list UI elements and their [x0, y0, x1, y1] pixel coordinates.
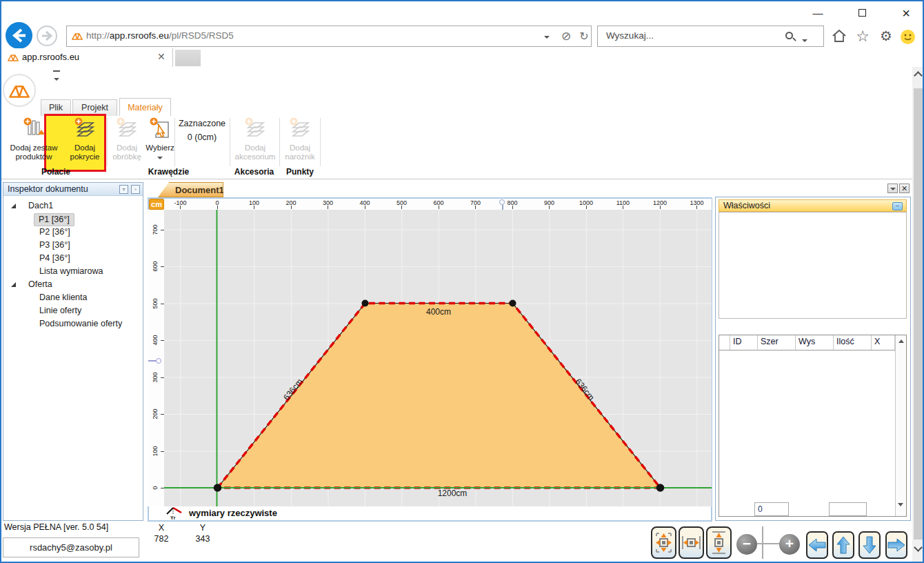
properties-collapse-button[interactable]: –: [892, 202, 903, 210]
home-icon[interactable]: [829, 28, 850, 44]
selection-label: Zaznaczone: [176, 119, 228, 128]
pan-left-icon: [807, 533, 827, 557]
h-ruler-tick-mark: [623, 206, 623, 209]
address-dropdown-icon[interactable]: [540, 26, 554, 46]
minimize-button[interactable]: —: [803, 4, 833, 22]
stop-icon[interactable]: ⊘: [558, 26, 574, 46]
cursor-x-marker: [499, 199, 505, 205]
refresh-icon[interactable]: ↻: [576, 26, 592, 46]
cursor-y-label: Y: [193, 523, 212, 533]
v-ruler-tick-label: 200: [152, 407, 160, 421]
select-button[interactable]: Wybierz: [145, 117, 175, 161]
search-dropdown-icon[interactable]: [802, 34, 807, 44]
drawing-canvas[interactable]: 400cm 636cm 636cm 1200cm: [164, 210, 712, 506]
new-tab-button[interactable]: [175, 50, 201, 66]
horizontal-ruler: -100010020030040050060070080090010001100…: [164, 199, 712, 210]
h-ruler-tick-mark: [180, 206, 181, 209]
pan-up-button[interactable]: [832, 531, 854, 559]
ruler-unit-badge: cm: [149, 199, 164, 210]
pan-left-button[interactable]: [806, 531, 828, 559]
pan-down-button[interactable]: [858, 531, 881, 559]
close-button[interactable]: ×: [891, 4, 921, 22]
tree-item-label: Oferta: [28, 279, 52, 290]
tab-close-icon[interactable]: ✕: [157, 51, 165, 62]
back-button[interactable]: [6, 22, 32, 49]
zoom-fit-height-button[interactable]: [706, 526, 732, 559]
scroll-up-icon[interactable]: [914, 71, 923, 80]
add-product-set-button[interactable]: Dodaj zestaw produktów: [6, 117, 62, 161]
select-dropdown-icon[interactable]: [157, 157, 163, 159]
table-scrollbar[interactable]: [895, 335, 906, 516]
zoom-fit-all-button[interactable]: [651, 526, 676, 559]
settings-gear-icon[interactable]: ⚙: [876, 28, 896, 44]
favorites-star-icon[interactable]: ☆: [852, 28, 873, 46]
pan-up-icon: [831, 535, 856, 555]
address-bar[interactable]: http://app.rsroofs.eu/pl/RSD5/RSD5 ⊘ ↻: [66, 26, 592, 47]
h-ruler-tick-mark: [328, 206, 328, 209]
page-scrollbar[interactable]: [912, 67, 924, 563]
roof-shape-svg: 400cm 636cm 636cm 1200cm: [164, 210, 712, 506]
cursor-y-marker: [156, 358, 161, 364]
table-input-2[interactable]: [829, 502, 867, 516]
zoom-in-button[interactable]: +: [779, 534, 800, 555]
tab-title: app.rsroofs.eu: [22, 52, 79, 62]
tree-expander-icon[interactable]: [11, 204, 16, 208]
inspector-header: Inspektor dokumentu ▿ ▫: [3, 183, 143, 196]
workspace-dropdown-button[interactable]: [887, 184, 898, 193]
zoom-out-button[interactable]: −: [736, 534, 757, 555]
table-input-1[interactable]: [754, 502, 789, 516]
properties-header: Właściwości –: [719, 199, 907, 212]
table-header-Szer[interactable]: Szer: [758, 335, 796, 350]
tree-expander-icon[interactable]: [11, 282, 16, 287]
browser-tab[interactable]: app.rsroofs.eu ✕: [1, 48, 173, 67]
h-ruler-tick-mark: [217, 206, 218, 209]
app-logo[interactable]: [3, 74, 36, 107]
search-placeholder: Wyszukaj...: [606, 30, 654, 41]
smiley-face: [901, 30, 915, 44]
feedback-smiley-icon[interactable]: [901, 30, 915, 44]
table-scroll-down-icon[interactable]: [898, 503, 903, 506]
table-header-Ilość[interactable]: Ilość: [834, 335, 872, 350]
table-scroll-up-icon[interactable]: [898, 339, 904, 343]
forward-arrow-icon: [38, 27, 56, 45]
document-tab[interactable]: Document1*: [158, 182, 223, 197]
inspector-title: Inspektor dokumentu: [8, 184, 88, 194]
cursor-x-label: X: [152, 523, 171, 533]
zoom-fit-width-button[interactable]: [679, 526, 704, 559]
pan-right-button[interactable]: [885, 531, 907, 559]
h-ruler-tick-mark: [586, 206, 587, 209]
add-covering-button[interactable]: Dodaj pokrycie: [63, 117, 106, 161]
scroll-down-icon[interactable]: [914, 543, 923, 552]
tree-item-label: P4 [36°]: [39, 253, 70, 264]
v-ruler-tick-label: 0: [152, 481, 160, 495]
h-ruler-tick-mark: [475, 206, 476, 209]
selection-info: Zaznaczone 0 (0cm): [176, 117, 228, 142]
vertex-point[interactable]: [510, 300, 516, 307]
inspector-collapse-button[interactable]: ▫: [131, 185, 140, 194]
quick-access-dropdown-icon[interactable]: [51, 70, 62, 83]
workspace-close-button[interactable]: ✕: [899, 184, 910, 193]
vertex-point[interactable]: [214, 484, 222, 492]
search-icon[interactable]: [785, 32, 793, 39]
vertex-point[interactable]: [656, 484, 665, 492]
table-header-X[interactable]: X: [872, 335, 895, 350]
h-ruler-tick-mark: [365, 206, 365, 209]
ribbon-tab-materialy[interactable]: Materiały: [119, 98, 171, 116]
vertical-ruler: 0100200300400500600700: [148, 210, 164, 506]
inspector-panel: Inspektor dokumentu ▿ ▫ Dach1P1 [36°]P2 …: [3, 182, 143, 521]
button-label-line: Dodaj: [117, 144, 137, 152]
fit-all-icon: [652, 528, 675, 557]
select-cursor-icon: [148, 117, 172, 141]
search-box[interactable]: Wyszukaj...: [597, 26, 824, 47]
tab-favicon: [7, 52, 19, 63]
forward-button[interactable]: [37, 26, 57, 46]
fit-height-icon: [707, 528, 730, 557]
table-header-ID[interactable]: ID: [730, 335, 758, 350]
vertex-point[interactable]: [362, 300, 369, 307]
table-header-blank[interactable]: [719, 335, 730, 350]
add-accessory-button: Dodaj akcesorium: [232, 117, 279, 161]
maximize-button[interactable]: [847, 4, 877, 22]
table-header-Wys[interactable]: Wys: [796, 335, 834, 350]
scrollbar-thumb[interactable]: [914, 88, 923, 540]
inspector-dropdown-button[interactable]: ▿: [119, 185, 128, 194]
